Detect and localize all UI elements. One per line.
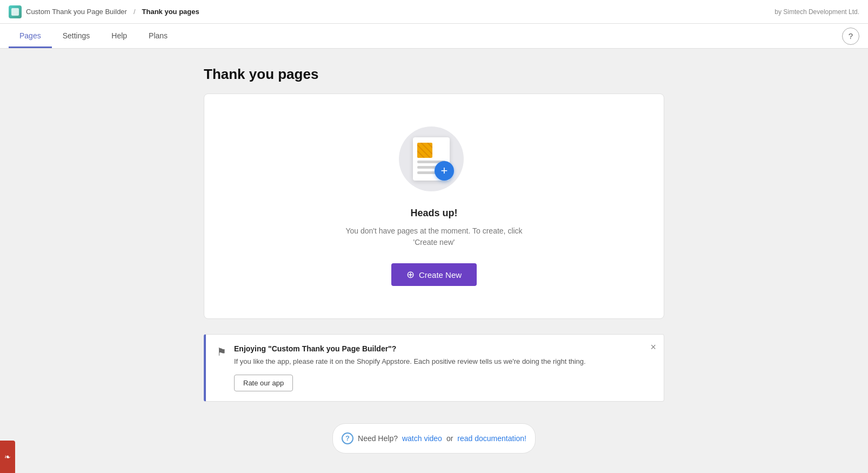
banner-title: Enjoying "Custom Thank you Page Builder"… [234, 344, 653, 353]
help-prefix: Need Help? [358, 434, 398, 443]
nav-tabs: Pages Settings Help Plans ? [0, 24, 868, 49]
main-content: Thank you pages + Heads up! You don't ha… [191, 49, 677, 471]
help-or: or [446, 434, 453, 443]
flag-icon: ⚑ [217, 345, 226, 358]
empty-state-illustration: + [399, 126, 469, 197]
empty-description: You don't have pages at the moment. To c… [342, 225, 526, 248]
page-title: Thank you pages [204, 66, 664, 83]
help-circle-icon: ? [342, 432, 353, 444]
developer-credit: by Simtech Development Ltd. [774, 8, 859, 16]
rate-app-button[interactable]: Rate our app [234, 375, 293, 391]
footer-help: ? Need Help? watch video or read documen… [332, 423, 536, 454]
help-icon-button[interactable]: ? [842, 28, 859, 45]
close-notification-button[interactable]: × [650, 342, 656, 352]
top-bar: Custom Thank you Page Builder / Thank yo… [0, 0, 868, 24]
tab-settings[interactable]: Settings [52, 24, 101, 48]
plus-badge: + [435, 161, 454, 181]
tab-help[interactable]: Help [101, 24, 138, 48]
read-docs-link[interactable]: read documentation! [457, 434, 526, 443]
tab-plans[interactable]: Plans [138, 24, 178, 48]
app-name: Custom Thank you Page Builder [26, 8, 127, 16]
notification-banner: ⚑ Enjoying "Custom Thank you Page Builde… [204, 334, 664, 402]
tab-pages[interactable]: Pages [9, 24, 52, 48]
app-icon [9, 5, 22, 18]
breadcrumb-current-page: Thank you pages [142, 8, 199, 16]
breadcrumb-separator: / [133, 8, 136, 16]
banner-content: Enjoying "Custom Thank you Page Builder"… [234, 344, 653, 391]
watch-video-link[interactable]: watch video [402, 434, 442, 443]
breadcrumb: Custom Thank you Page Builder / Thank yo… [9, 5, 199, 18]
banner-text: If you like the app, please rate it on t… [234, 356, 653, 367]
bottom-accent: ❧ [0, 441, 15, 473]
doc-line-3 [417, 171, 437, 174]
doc-paper: + [413, 137, 450, 181]
empty-state-card: + Heads up! You don't have pages at the … [204, 94, 664, 319]
create-new-button[interactable]: ⊕ Create New [391, 263, 477, 286]
create-new-plus-icon: ⊕ [406, 270, 415, 279]
doc-image-block [417, 143, 432, 158]
bottom-accent-icon: ❧ [4, 452, 11, 461]
doc-circle: + [399, 126, 464, 191]
empty-heading: Heads up! [410, 208, 457, 219]
create-new-label: Create New [419, 270, 462, 279]
